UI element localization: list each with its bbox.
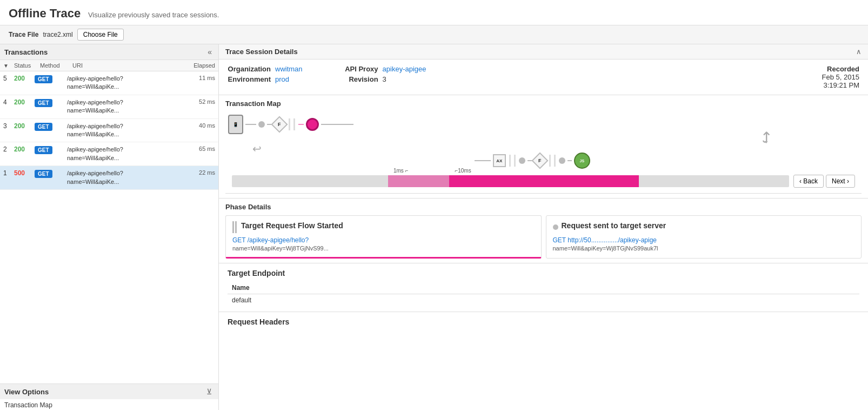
endpoint-name-value: default: [228, 294, 711, 307]
name-col-header: Name: [228, 282, 711, 294]
recorded-time: 3:19:21 PM: [822, 81, 859, 89]
card-dot-icon: [553, 224, 558, 230]
flow-diagram: 📱 F: [225, 112, 862, 171]
timeline-section: 1ms ⌐ ⌐10ms ‹ Back Next ›: [225, 171, 862, 194]
request-headers-section: Request Headers: [219, 312, 868, 332]
phone-icon: 📱: [228, 115, 243, 134]
timeline-bar-light: [388, 175, 449, 187]
timeline-bar-main: [449, 175, 639, 187]
method-badge: GET: [35, 75, 52, 83]
transaction-map-section: Transaction Map 📱 F: [219, 95, 868, 199]
phase-cards: Target Request Flow Started GET /apikey-…: [225, 215, 862, 259]
flow-dot-3: [559, 157, 565, 164]
trace-file-name: trace2.xml: [43, 31, 72, 38]
return-arrow: ↩: [252, 142, 262, 155]
active-flow-node[interactable]: [306, 118, 319, 131]
api-proxy-label: API Proxy: [335, 65, 378, 73]
session-details: Organization wwitman Environment prod AP…: [219, 59, 868, 95]
endpoint-table: Name default: [228, 282, 859, 306]
table-header: ▼ Status Method URI Elapsed: [0, 60, 218, 71]
phase-card-2-url: name=Will&apiKey=Wj8TGjNvS99auk7l: [553, 245, 855, 252]
collapse-transactions-btn[interactable]: «: [205, 48, 214, 56]
transaction-map-title: Transaction Map: [225, 100, 862, 108]
method-badge: GET: [35, 123, 52, 131]
next-button[interactable]: Next ›: [826, 175, 855, 188]
phase-details-title: Phase Details: [225, 203, 862, 211]
phase-card-2-detail: GET http://50.............../apikey-apig…: [553, 236, 855, 244]
phase-card-1-url: name=Will&apiKey=Wj8TGjNvS99...: [232, 245, 535, 252]
target-endpoint-section: Target Endpoint Name default: [219, 263, 868, 312]
timeline-10ms-label: ⌐10ms: [455, 168, 471, 174]
collapse-view-options-btn[interactable]: ⊻: [204, 387, 214, 396]
revision-label: Revision: [335, 75, 378, 83]
status-col-header: Status: [14, 62, 40, 69]
org-value: wwitman: [275, 65, 303, 73]
right-panel: Trace Session Details ∧ Organization wwi…: [219, 44, 868, 410]
table-row[interactable]: 3 200 GET /apikey-apigee/hello?name=Will…: [0, 119, 218, 143]
method-badge: GET: [35, 99, 52, 107]
env-value: prod: [275, 75, 289, 83]
transactions-header: Transactions «: [0, 44, 218, 60]
curve-arrow: ↩: [757, 131, 775, 143]
choose-file-button[interactable]: Choose File: [77, 29, 124, 41]
double-bar-3: [549, 155, 556, 167]
method-badge: GET: [35, 146, 52, 154]
page-subtitle: Visualize previously saved trace session…: [88, 11, 219, 19]
api-proxy-value: apikey-apigee: [383, 65, 426, 73]
double-bar-2: [509, 155, 516, 167]
recorded-date: Feb 5, 2015: [822, 73, 859, 81]
table-row[interactable]: 5 200 GET /apikey-apigee/hello?name=Will…: [0, 71, 218, 95]
collapse-session-btn[interactable]: ∧: [856, 48, 862, 56]
page-title: Offline Trace: [9, 6, 81, 20]
f-diamond: F: [271, 116, 288, 133]
table-row[interactable]: 1 500 GET /apikey-apigee/hello?name=Will…: [0, 166, 218, 190]
nodejs-icon: JS: [574, 153, 590, 169]
trace-file-bar: Trace File trace2.xml Choose File: [0, 25, 868, 44]
phase-details-section: Phase Details Target Request Flow Starte…: [219, 199, 868, 263]
recorded-label: Recorded: [822, 65, 859, 73]
double-bar: [289, 118, 295, 130]
view-options-content: Transaction Map: [0, 399, 218, 410]
main-layout: Transactions « ▼ Status Method URI Elaps…: [0, 44, 868, 410]
view-options-title: View Options: [4, 388, 49, 396]
card-pipe-icon: [232, 221, 237, 233]
flow-dot-2: [519, 157, 525, 164]
timeline-nav: ‹ Back Next ›: [793, 175, 855, 188]
view-options-bar: View Options ⊻: [0, 383, 218, 399]
page-header: Offline Trace Visualize previously saved…: [0, 0, 868, 25]
transaction-map-label: Transaction Map: [4, 401, 52, 409]
phase-card-2[interactable]: Request sent to target server GET http:/…: [546, 215, 862, 259]
back-button[interactable]: ‹ Back: [793, 175, 824, 188]
target-endpoint-title: Target Endpoint: [228, 269, 859, 277]
sort-icon[interactable]: ▼: [3, 63, 9, 69]
phase-card-1-title: Target Request Flow Started: [241, 221, 343, 230]
env-label: Environment: [228, 75, 271, 83]
phase-card-1-detail: GET /apikey-apigee/hello?: [232, 236, 535, 244]
left-panel: Transactions « ▼ Status Method URI Elaps…: [0, 44, 219, 410]
phase-card-2-title: Request sent to target server: [562, 221, 666, 230]
org-label: Organization: [228, 65, 271, 73]
f-diamond-2: F: [531, 152, 548, 169]
trace-session-title: Trace Session Details: [225, 48, 298, 56]
method-badge: GET: [35, 170, 52, 178]
transactions-list: 5 200 GET /apikey-apigee/hello?name=Will…: [0, 71, 218, 383]
table-row[interactable]: 2 200 GET /apikey-apigee/hello?name=Will…: [0, 142, 218, 166]
timeline-1ms-label: 1ms ⌐: [393, 168, 409, 174]
uri-col-header: URI: [72, 62, 183, 69]
trace-session-header: Trace Session Details ∧: [219, 44, 868, 59]
transactions-title: Transactions: [4, 48, 48, 56]
revision-value: 3: [383, 75, 386, 83]
request-headers-title: Request Headers: [228, 318, 859, 326]
flow-dot: [258, 121, 265, 128]
trace-file-label: Trace File: [9, 31, 38, 38]
ax-box: AX: [493, 154, 506, 167]
method-col-header: Method: [40, 62, 72, 69]
table-row[interactable]: 4 200 GET /apikey-apigee/hello?name=Will…: [0, 95, 218, 119]
endpoint-row: default: [228, 294, 859, 307]
elapsed-col-header: Elapsed: [183, 62, 215, 69]
phase-card-1[interactable]: Target Request Flow Started GET /apikey-…: [225, 215, 542, 259]
